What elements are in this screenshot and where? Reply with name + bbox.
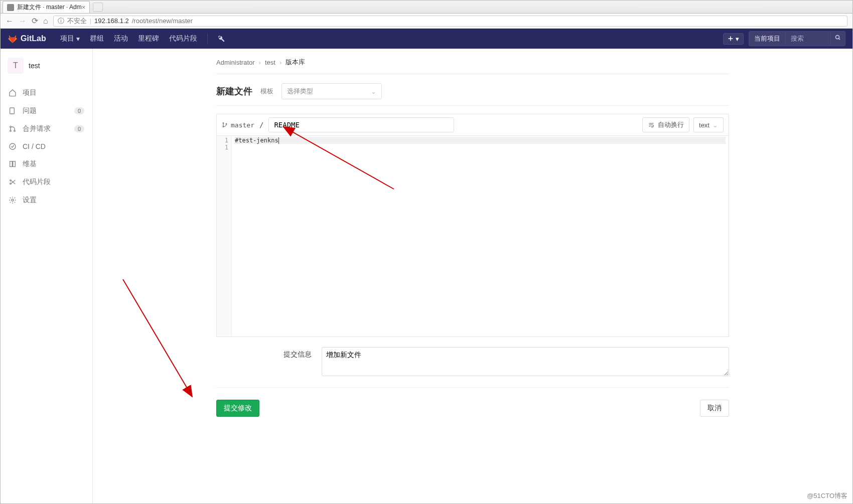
wrap-icon	[648, 122, 655, 128]
sidebar-item-merge-requests[interactable]: 合并请求 0	[1, 120, 92, 138]
sidebar-item-project[interactable]: 项目	[1, 84, 92, 102]
home-icon[interactable]: ⌂	[43, 17, 48, 26]
browser-address-bar: ← → ⟳ ⌂ ⓘ 不安全 | 192.168.1.2/root/test/ne…	[1, 14, 852, 29]
project-name: test	[29, 62, 40, 70]
breadcrumb: Administrator › test › 版本库	[216, 58, 729, 74]
svg-line-3	[839, 39, 840, 40]
soft-wrap-button[interactable]: 自动换行	[642, 117, 689, 132]
browser-tab[interactable]: 新建文件 · master · Adm ×	[3, 1, 90, 13]
wrench-icon	[218, 35, 225, 42]
search-input[interactable]: 搜索	[786, 31, 831, 46]
info-icon: ⓘ	[58, 17, 64, 26]
template-label: 模板	[260, 87, 273, 96]
svg-point-13	[223, 126, 224, 127]
breadcrumb-current: 版本库	[286, 58, 305, 67]
current-project-label[interactable]: 当前项目	[749, 31, 786, 46]
tab-favicon-icon	[7, 4, 14, 11]
sidebar-item-cicd[interactable]: CI / CD	[1, 138, 92, 155]
svg-point-8	[10, 143, 16, 149]
svg-point-7	[14, 130, 16, 132]
sidebar-item-label: 问题	[23, 106, 37, 115]
gitlab-logo[interactable]: GitLab	[8, 34, 46, 44]
svg-point-14	[226, 123, 227, 124]
sidebar-item-settings[interactable]: 设置	[1, 191, 92, 209]
tanuki-icon	[8, 34, 18, 44]
nav-milestones[interactable]: 里程碑	[133, 29, 164, 49]
main-content: Administrator › test › 版本库 新建文件 模板 选择类型 …	[209, 49, 736, 427]
svg-point-5	[10, 126, 12, 128]
chevron-down-icon: ▾	[76, 35, 80, 43]
filename-input[interactable]	[268, 117, 454, 132]
commit-message-label: 提交信息	[281, 347, 312, 359]
sidebar-item-issues[interactable]: 问题 0	[1, 102, 92, 120]
nav-activity[interactable]: 活动	[109, 29, 133, 49]
branch-icon	[222, 121, 228, 128]
security-label: 不安全	[67, 17, 87, 26]
sidebar-item-label: 设置	[23, 196, 37, 205]
book-icon	[9, 160, 17, 168]
gitlab-navbar: GitLab 项目▾ 群组 活动 里程碑 代码片段 ▾ 当前项目 搜索	[1, 29, 852, 49]
breadcrumb-item[interactable]: test	[265, 59, 275, 66]
sidebar-project-header[interactable]: T test	[1, 54, 92, 81]
commit-message-input[interactable]	[322, 347, 729, 376]
new-dropdown-button[interactable]: ▾	[723, 33, 744, 45]
path-separator: /	[259, 121, 263, 129]
branch-indicator: master	[222, 121, 254, 129]
lang-select-button[interactable]: text ⌄	[693, 117, 724, 132]
browser-tab-strip: 新建文件 · master · Adm ×	[1, 1, 852, 14]
back-icon[interactable]: ←	[6, 17, 14, 26]
breadcrumb-item[interactable]: Administrator	[216, 59, 255, 66]
tab-close-icon[interactable]: ×	[82, 4, 86, 11]
svg-rect-4	[10, 108, 15, 114]
sidebar-item-label: 合并请求	[23, 124, 51, 133]
svg-point-2	[836, 36, 839, 39]
issue-icon	[9, 107, 17, 115]
sidebar-item-wiki[interactable]: 维基	[1, 155, 92, 173]
url-input[interactable]: ⓘ 不安全 | 192.168.1.2/root/test/new/master	[53, 16, 847, 27]
nav-groups[interactable]: 群组	[85, 29, 109, 49]
mr-count-badge: 0	[74, 125, 84, 132]
code-editor[interactable]: #test-jenkns	[232, 136, 729, 337]
svg-rect-1	[729, 38, 733, 39]
url-path: /root/test/new/master	[132, 17, 193, 25]
sidebar-item-label: 代码片段	[23, 178, 51, 187]
chevron-down-icon: ▾	[736, 35, 739, 43]
svg-point-6	[10, 130, 12, 132]
nav-projects[interactable]: 项目▾	[55, 29, 85, 49]
editor-gutter: 11	[217, 136, 232, 337]
sidebar-item-label: 维基	[23, 159, 37, 169]
template-select[interactable]: 选择类型 ⌄	[281, 83, 382, 99]
tab-title: 新建文件 · master · Adm	[17, 3, 82, 12]
submit-button[interactable]: 提交修改	[216, 400, 259, 417]
nav-admin-icon[interactable]	[213, 29, 230, 49]
reload-icon[interactable]: ⟳	[32, 16, 38, 26]
search-icon[interactable]	[831, 31, 845, 46]
watermark: @51CTO博客	[807, 491, 847, 500]
cancel-button[interactable]: 取消	[700, 400, 729, 417]
svg-point-10	[10, 183, 12, 185]
sidebar-item-label: CI / CD	[23, 142, 46, 150]
forward-icon[interactable]: →	[19, 17, 27, 26]
plus-icon	[728, 36, 734, 42]
project-sidebar: T test 项目 问题 0 合并请求 0 CI / CD	[1, 49, 93, 504]
brand-text: GitLab	[21, 34, 46, 43]
nav-snippets[interactable]: 代码片段	[164, 29, 202, 49]
text-cursor	[278, 137, 279, 144]
sidebar-item-snippets[interactable]: 代码片段	[1, 173, 92, 191]
page-title: 新建文件	[216, 85, 252, 97]
issues-count-badge: 0	[74, 107, 84, 114]
merge-icon	[9, 125, 17, 133]
home-icon	[9, 89, 17, 97]
new-tab-button[interactable]	[93, 3, 103, 12]
svg-point-11	[12, 199, 14, 201]
chevron-down-icon: ⌄	[371, 88, 376, 95]
file-editor: master / 自动换行 text ⌄	[216, 114, 729, 337]
sidebar-item-label: 项目	[23, 88, 37, 97]
project-avatar: T	[8, 58, 24, 74]
svg-point-9	[10, 180, 12, 181]
svg-point-12	[223, 123, 224, 124]
scissors-icon	[9, 178, 17, 186]
gear-icon	[9, 196, 17, 204]
url-host: 192.168.1.2	[94, 17, 129, 25]
cicd-icon	[9, 142, 17, 150]
